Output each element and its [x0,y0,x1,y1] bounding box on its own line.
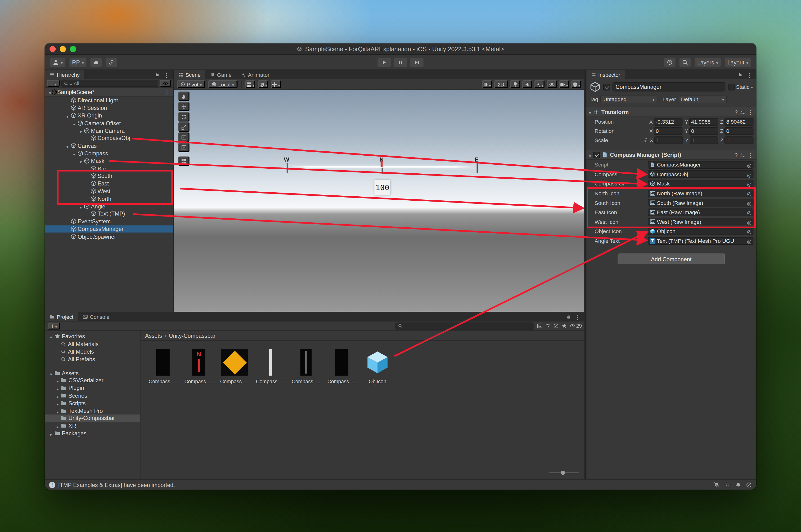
position-x-input[interactable]: -0.3312 [654,118,683,125]
asset-objicon[interactable]: ObjIcon [360,348,395,384]
object-picker-icon[interactable] [747,217,751,226]
thumbnail-zoom-slider[interactable] [549,470,579,475]
2d-toggle[interactable]: 2D [494,80,508,89]
cloud-button[interactable] [90,57,102,67]
expand-arrow-icon[interactable] [49,88,51,97]
tab-animator[interactable]: Animator [236,70,274,79]
expand-arrow-icon[interactable] [71,149,77,158]
console-icon[interactable] [724,481,730,488]
hidden-count-indicator[interactable]: 29 [570,323,582,329]
hierarchy-item-text-tmp[interactable]: Text (TMP) [45,210,173,218]
folder-scenes[interactable]: Scenes [45,392,140,399]
favorites-section[interactable]: Favorites [45,333,140,340]
window-titlebar[interactable]: SampleScene - ForQiitaARExplanation - iO… [45,43,756,55]
object-picker-icon[interactable] [747,236,751,245]
more-menu-icon[interactable] [747,150,754,159]
expand-arrow-icon[interactable] [78,202,84,211]
tag-dropdown[interactable]: Untagged [600,95,657,103]
component-enabled-checkbox[interactable] [593,152,600,158]
asset-compass-1[interactable]: Compass_... [145,348,181,384]
folder-plugin[interactable]: Plugin [45,384,140,392]
asset-compass-5[interactable]: Compass_... [288,348,324,384]
hierarchy-scene-header[interactable]: SampleScene* [45,88,173,97]
asset-compass-north-marker[interactable]: NCompass_... [181,348,217,384]
hierarchy-item-xr-origin[interactable]: XR Origin [45,112,173,119]
lock-icon[interactable] [738,72,743,77]
hierarchy-item-bar[interactable]: Bar [45,165,173,172]
expand-arrow-icon[interactable] [55,406,61,415]
presets-icon[interactable] [740,152,745,158]
account-button[interactable] [50,57,66,67]
play-button[interactable] [377,57,391,67]
custom-tool-button[interactable] [178,156,189,166]
step-button[interactable] [410,57,424,67]
scale-y-input[interactable]: 1 [689,136,718,144]
favorite-all-materials[interactable]: All Materials [45,340,140,348]
scene-visibility-toggle[interactable] [547,80,557,89]
move-snap-button[interactable] [271,80,281,89]
hierarchy-item-compass[interactable]: Compass [45,150,173,157]
grid-snap-button[interactable] [245,80,255,89]
camera-settings-button[interactable] [559,80,569,89]
hierarchy-item-canvas[interactable]: Canvas [45,142,173,150]
folder-unity-compassbar[interactable]: Unity-Compassbar [45,415,140,422]
position-z-input[interactable]: 8.90462 [724,118,754,125]
view-tool-button[interactable] [178,91,189,101]
expand-arrow-icon[interactable] [64,141,71,150]
hierarchy-item-north[interactable]: North [45,195,173,203]
object-picker-icon[interactable] [747,189,751,198]
transform-component-header[interactable]: Transform ? [587,107,756,117]
move-tool-button[interactable] [178,101,189,111]
lock-icon[interactable] [566,314,571,319]
compass-manager-component-header[interactable]: Compass Manager (Script) ? [587,150,756,160]
hierarchy-item-east[interactable]: East [45,180,173,187]
hierarchy-item-angle[interactable]: Angle [45,203,173,210]
tab-hierarchy[interactable]: Hierarchy [45,70,84,79]
search-save-button[interactable] [553,323,559,329]
lock-icon[interactable] [155,72,160,77]
help-icon[interactable]: ? [735,152,738,158]
scale-x-input[interactable]: 1 [654,136,683,144]
more-menu-icon[interactable] [164,88,170,97]
add-component-button[interactable]: Add Component [618,254,725,264]
north-icon-object-field[interactable]: North (Raw Image) [648,190,754,197]
object-picker-icon[interactable] [747,170,751,179]
asset-compass-tick[interactable]: Compass_... [252,348,288,384]
more-menu-icon[interactable] [164,70,170,79]
bell-icon[interactable] [735,481,741,488]
presets-icon[interactable] [740,109,745,115]
rect-tool-button[interactable] [178,132,189,142]
more-menu-icon[interactable] [747,107,754,116]
object-picker-icon[interactable] [747,227,751,236]
expand-arrow-icon[interactable] [48,368,54,378]
static-checkbox[interactable] [728,83,735,90]
cloud-project-button[interactable]: RP [69,57,87,67]
expand-arrow-icon[interactable] [48,429,54,438]
rotation-z-input[interactable]: 0 [724,127,754,135]
folder-scripts[interactable]: Scripts [45,399,140,407]
folder-csvserializer[interactable]: CSVSerializer [45,377,140,384]
expand-arrow-icon[interactable] [78,126,84,135]
notifications-muted-icon[interactable] [713,481,720,488]
gameobject-name-input[interactable]: CompassManager [612,82,725,91]
hierarchy-item-objectspawner[interactable]: ObjectSpawner [45,233,173,240]
pause-button[interactable] [394,57,407,67]
tab-project[interactable]: Project [45,312,78,321]
expand-arrow-icon[interactable] [48,332,54,341]
hierarchy-item-ar-session[interactable]: AR Session [45,104,173,112]
scene-lighting-toggle[interactable] [510,80,520,89]
hierarchy-item-compassmanager[interactable]: CompassManager [45,225,173,233]
rotate-tool-button[interactable] [178,112,189,122]
scene-visibility-button[interactable] [160,80,171,87]
object-picker-icon[interactable] [747,208,751,217]
global-search-button[interactable] [679,57,691,67]
scene-viewport[interactable]: W N E 100 [174,90,584,312]
minimize-window-button[interactable] [60,46,66,52]
layers-dropdown[interactable]: Layers [694,57,721,67]
more-menu-icon[interactable] [575,312,581,321]
breadcrumb-unity-compassbar[interactable]: Unity-Compassbar [169,332,215,339]
position-y-input[interactable]: 41.9988 [689,118,718,125]
object-picker-icon[interactable] [747,179,751,188]
expand-arrow-icon[interactable] [78,156,84,166]
handle-rotation-toggle[interactable]: Local [208,80,237,89]
